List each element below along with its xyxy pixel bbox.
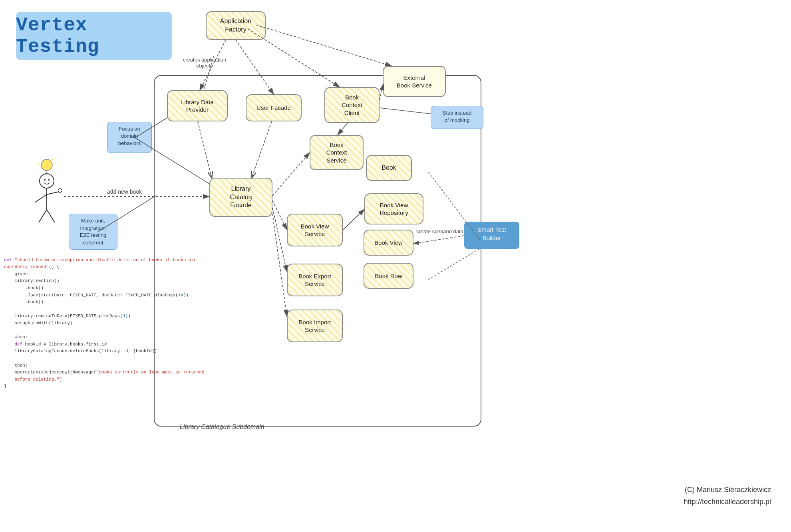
svg-line-20 — [256, 25, 392, 66]
svg-point-3 — [44, 179, 46, 181]
code-block: def "should throw an exception and disab… — [4, 250, 156, 390]
svg-line-9 — [39, 210, 47, 222]
svg-line-7 — [47, 192, 59, 195]
subdomain-label: Library Catalogue Subdomain — [180, 423, 264, 431]
svg-line-15 — [54, 163, 56, 164]
library-data-provider-node: Library DataProvider — [167, 90, 228, 121]
book-node: Book — [366, 155, 412, 181]
add-new-book-label: add new book — [107, 189, 142, 195]
create-scenario-data-label: create scenario data — [416, 228, 463, 234]
external-book-service-node: ExternalBook Service — [383, 66, 446, 97]
svg-point-0 — [41, 159, 52, 171]
book-context-service-node: BookContextService — [310, 135, 364, 170]
book-row-node: Book Row — [364, 263, 413, 289]
creates-app-objects-label: creates applicationobjects — [181, 57, 229, 69]
book-view-repository-node: Book ViewRepository — [364, 193, 423, 224]
svg-line-13 — [52, 159, 53, 160]
app-factory-node: ApplicationFactory — [206, 11, 266, 40]
book-export-service-node: Book ExportService — [287, 264, 343, 296]
copyright: (C) Mariusz Sieraczkiewiczhttp://technic… — [684, 484, 771, 508]
user-facade-node: User Facade — [246, 94, 302, 121]
book-view-node: Book View — [364, 230, 413, 256]
svg-point-2 — [40, 174, 54, 188]
book-context-client-node: BookContextClient — [324, 87, 380, 123]
book-import-service-node: Book ImportService — [287, 310, 343, 342]
book-view-service-node: Book ViewService — [287, 214, 343, 246]
smart-test-builder-annotation: Smart TestBuilder — [464, 222, 519, 249]
library-catalog-facade-node: LibraryCatalogFacade — [209, 178, 272, 217]
svg-line-6 — [35, 195, 47, 202]
stick-figure — [17, 158, 65, 238]
svg-line-14 — [38, 163, 40, 164]
svg-line-12 — [41, 159, 42, 160]
make-coherent-annotation: Make unit,integration,E2E testingcoheren… — [69, 214, 117, 250]
title-box: Vertex Testing — [16, 12, 172, 60]
svg-line-10 — [47, 210, 55, 222]
focus-domain-annotation: Focus ondomainbehaviors — [107, 122, 152, 153]
stub-instead-annotation: Stub insteadof mocking — [431, 106, 483, 129]
svg-point-4 — [48, 179, 50, 181]
page-title: Vertex Testing — [16, 14, 172, 58]
svg-point-8 — [58, 189, 62, 193]
